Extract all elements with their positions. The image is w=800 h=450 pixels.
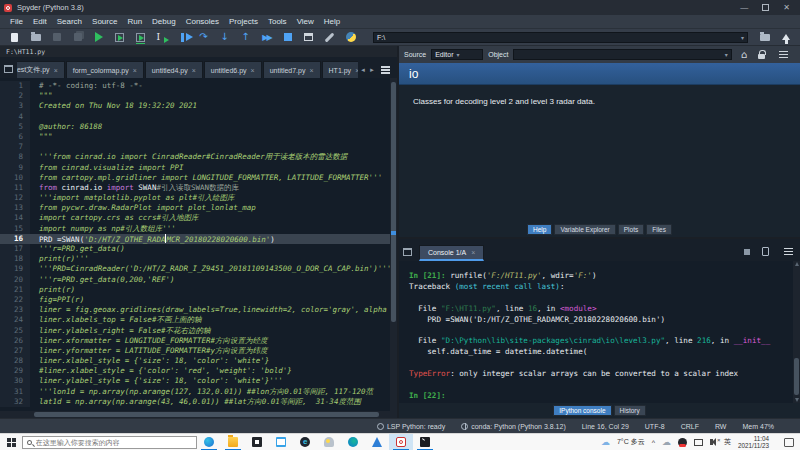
run-cell-advance-button[interactable] xyxy=(132,30,149,45)
menu-item-help[interactable]: Help xyxy=(319,17,345,26)
taskbar-app-browser[interactable] xyxy=(293,434,317,450)
taskbar-app-store[interactable] xyxy=(245,434,269,450)
source-combo[interactable]: Editor ▾ xyxy=(431,49,483,60)
editor-vertical-scrollbar[interactable] xyxy=(390,78,397,411)
menu-item-edit[interactable]: Edit xyxy=(28,17,52,26)
menu-item-consoles[interactable]: Consoles xyxy=(181,17,224,26)
close-button[interactable]: ✕ xyxy=(783,4,790,12)
taskbar-app-mail[interactable] xyxy=(269,434,293,450)
hidden-icons-chevron[interactable]: ^ xyxy=(652,439,655,446)
taskbar-app-weather[interactable] xyxy=(317,434,341,450)
console-tab[interactable]: Console 1/A × xyxy=(419,245,484,261)
search-input[interactable] xyxy=(36,439,192,446)
maximize-pane-button[interactable] xyxy=(300,30,317,45)
start-button[interactable] xyxy=(0,434,22,450)
tab-files[interactable]: Files xyxy=(646,224,672,235)
close-tab-icon[interactable]: × xyxy=(54,67,58,74)
options-menu-icon[interactable] xyxy=(784,251,793,253)
menu-item-run[interactable]: Run xyxy=(122,17,147,26)
tab-plots[interactable]: Plots xyxy=(618,224,644,235)
stop-button[interactable] xyxy=(279,30,296,45)
close-tab-icon[interactable]: × xyxy=(309,67,313,74)
taskbar-app-file-explorer[interactable] xyxy=(221,434,245,450)
interrupt-kernel-icon[interactable] xyxy=(744,249,750,255)
input-language[interactable]: 英 xyxy=(724,437,731,447)
working-directory-combo[interactable]: F:\ ▾ xyxy=(373,32,748,43)
home-icon[interactable]: ⌂ xyxy=(741,50,747,60)
tab-help[interactable]: Help xyxy=(527,224,552,235)
editor-tab-form-colormap-py[interactable]: form_colormap.py× xyxy=(66,61,144,78)
editor-tab-untitled4-py[interactable]: untitled4.py× xyxy=(145,61,203,78)
minimize-button[interactable]: — xyxy=(740,4,748,12)
close-tab-icon[interactable]: × xyxy=(471,249,475,256)
clock[interactable]: 11:04 2021/11/23 xyxy=(738,435,769,450)
scroll-tabs-left-icon[interactable]: ◄ xyxy=(360,67,366,73)
tab-variable-explorer[interactable]: Variable Explorer xyxy=(554,224,615,235)
python-button[interactable] xyxy=(342,30,359,45)
taskbar-app-app-k[interactable] xyxy=(365,434,389,450)
parent-directory-icon[interactable] xyxy=(782,34,790,40)
menu-item-view[interactable]: View xyxy=(292,17,319,26)
tab-history[interactable]: History xyxy=(614,405,646,416)
taskbar-app-terminal[interactable] xyxy=(413,434,437,450)
menu-item-source[interactable]: Source xyxy=(87,17,122,26)
action-center-icon[interactable] xyxy=(784,438,794,447)
scrollbar-thumb[interactable] xyxy=(794,358,799,395)
object-combo[interactable]: ▾ xyxy=(513,49,731,60)
new-file-button[interactable] xyxy=(6,30,23,45)
options-menu-icon[interactable] xyxy=(381,69,390,71)
browse-folder-icon[interactable] xyxy=(760,34,770,41)
undock-pane-icon[interactable] xyxy=(4,65,13,73)
editor-tab-untitled6-py[interactable]: untitled6.py× xyxy=(204,61,262,78)
save-button[interactable] xyxy=(48,30,65,45)
scroll-tabs-right-icon[interactable]: ► xyxy=(369,67,375,73)
console-vertical-scrollbar[interactable] xyxy=(793,261,800,403)
continue-button[interactable]: ▶▶ xyxy=(258,30,275,45)
scroll-down-icon[interactable] xyxy=(795,398,799,402)
scroll-up-icon[interactable] xyxy=(795,262,799,266)
menu-item-tools[interactable]: Tools xyxy=(263,17,292,26)
maximize-button[interactable] xyxy=(762,4,769,11)
undock-pane-icon[interactable] xyxy=(403,248,412,256)
chevron-down-icon[interactable]: ▾ xyxy=(725,51,728,58)
chevron-down-icon[interactable]: ▾ xyxy=(456,51,459,58)
close-tab-icon[interactable]: × xyxy=(251,67,255,74)
chevron-down-icon[interactable]: ▾ xyxy=(741,34,744,41)
inspect-icon[interactable] xyxy=(762,247,769,256)
network-icon[interactable] xyxy=(694,439,703,446)
options-menu-icon[interactable] xyxy=(779,54,788,56)
tab-ipython-console[interactable]: IPython console xyxy=(553,405,611,416)
step-out-button[interactable]: ↑ xyxy=(237,30,254,45)
weather-text[interactable]: 7°C 多云 xyxy=(617,437,645,447)
taskbar-app-spyder[interactable] xyxy=(389,434,413,450)
preferences-button[interactable] xyxy=(321,30,338,45)
run-selection-button[interactable] xyxy=(153,30,170,45)
scrollbar-thumb[interactable] xyxy=(391,82,396,322)
menu-item-file[interactable]: File xyxy=(5,17,28,26)
editor-tab-ht1-py[interactable]: HT1.py× xyxy=(322,61,359,78)
editor-tab-untitled7-py[interactable]: untitled7.py× xyxy=(263,61,321,78)
step-over-button[interactable]: ↷ xyxy=(195,30,212,45)
taskbar-app-edge[interactable] xyxy=(197,434,221,450)
editor-horizontal-scrollbar[interactable] xyxy=(0,411,397,418)
lock-icon[interactable] xyxy=(758,54,765,59)
menu-item-debug[interactable]: Debug xyxy=(147,17,181,26)
taskbar-app-media[interactable] xyxy=(341,434,365,450)
save-all-button[interactable] xyxy=(69,30,86,45)
qq-icon[interactable] xyxy=(678,438,687,447)
close-tab-icon[interactable]: × xyxy=(133,67,137,74)
code-editor[interactable]: 1# -*- coding: utf-8 -*-2"""3Created on … xyxy=(0,78,397,418)
run-cell-button[interactable] xyxy=(111,30,128,45)
debug-button[interactable] xyxy=(174,30,191,45)
run-button[interactable] xyxy=(90,30,107,45)
menu-item-search[interactable]: Search xyxy=(52,17,87,26)
editor-tab-test-py[interactable]: 测test文件.py× xyxy=(17,61,65,78)
open-file-button[interactable] xyxy=(27,30,44,45)
close-tab-icon[interactable]: × xyxy=(192,67,196,74)
cloud-sync-icon[interactable]: ☁ xyxy=(662,438,671,447)
scrollbar-thumb[interactable] xyxy=(34,412,379,417)
volume-muted-icon[interactable] xyxy=(710,439,713,445)
step-into-button[interactable]: ↓ xyxy=(216,30,233,45)
taskbar-search[interactable] xyxy=(22,436,197,449)
console-output[interactable]: In [21]: runfile('F:/HT11.py', wdir='F:'… xyxy=(399,261,800,403)
